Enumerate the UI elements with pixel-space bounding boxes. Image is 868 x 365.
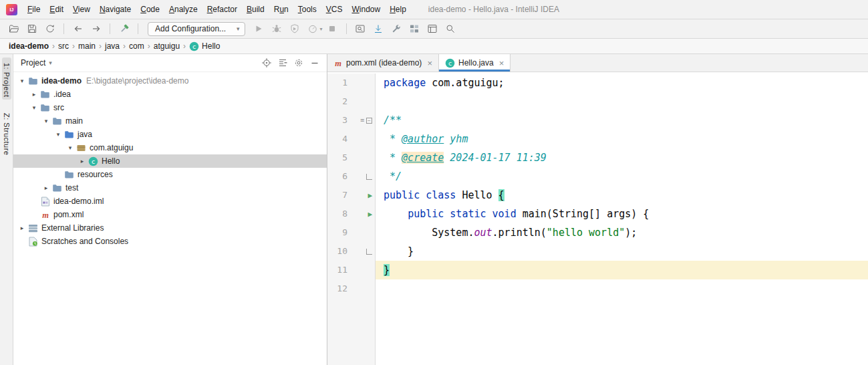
code-area[interactable]: 1package com.atguigu;23≡−/**4 * @author … — [327, 72, 868, 365]
save-button[interactable] — [23, 21, 40, 36]
tree-item-external-libraries[interactable]: ▸External Libraries — [13, 221, 327, 235]
tree-item-scratches-and-consoles[interactable]: Scratches and Consoles — [13, 235, 327, 248]
editor-tab-pom-xml-idea-demo[interactable]: mpom.xml (idea-demo)× — [327, 54, 439, 72]
run-line-button[interactable]: ▶ — [368, 192, 372, 199]
fold-marker-icon[interactable] — [366, 249, 372, 255]
project-view-selector[interactable]: Project ▾ — [21, 58, 52, 68]
menu-item-analyze[interactable]: Analyze — [164, 3, 202, 16]
tree-expand-arrow-icon[interactable]: ▸ — [78, 158, 87, 164]
tree-item-resources[interactable]: resources — [13, 168, 327, 181]
forward-button[interactable] — [88, 21, 104, 36]
breadcrumb-item-java[interactable]: java — [103, 41, 122, 51]
tree-expand-arrow-icon[interactable]: ▾ — [41, 118, 51, 124]
titlebar: IJ FileEditViewNavigateCodeAnalyzeRefact… — [0, 0, 868, 19]
tree-expand-arrow-icon[interactable]: ▾ — [65, 144, 75, 151]
code-text: } — [376, 261, 868, 279]
line-number[interactable]: 7 — [327, 186, 354, 205]
line-number[interactable]: 3 — [327, 111, 354, 130]
line-number[interactable]: 9 — [327, 223, 354, 242]
package-icon — [76, 143, 86, 153]
tree-item-idea[interactable]: ▸.idea — [13, 88, 327, 101]
breadcrumb-item-idea-demo[interactable]: idea-demo — [7, 41, 51, 51]
open-button[interactable] — [5, 21, 22, 36]
menu-item-build[interactable]: Build — [242, 3, 269, 16]
fold-marker-icon[interactable]: − — [366, 118, 372, 124]
tree-expand-arrow-icon[interactable]: ▾ — [53, 131, 63, 138]
stop-button[interactable] — [324, 21, 341, 36]
breadcrumb-item-label: com — [129, 41, 144, 51]
close-icon[interactable]: × — [499, 58, 504, 68]
tree-expand-arrow-icon[interactable]: ▸ — [17, 225, 27, 231]
locate-button[interactable] — [259, 55, 275, 70]
tree-item-hello[interactable]: ▸cHello — [13, 154, 327, 168]
menu-item-run[interactable]: Run — [269, 3, 293, 16]
tree-item-test[interactable]: ▸test — [13, 181, 327, 195]
breadcrumb-item-com[interactable]: com — [127, 41, 146, 51]
line-number[interactable]: 6 — [327, 167, 354, 186]
code-text: */ — [376, 167, 868, 186]
back-button[interactable] — [69, 21, 86, 36]
update-button[interactable] — [370, 21, 387, 36]
breadcrumb-item-atguigu[interactable]: atguigu — [152, 41, 182, 51]
debug-button[interactable] — [269, 21, 285, 36]
breadcrumb-item-main[interactable]: main — [76, 41, 98, 51]
search-button[interactable] — [442, 21, 459, 36]
build-hammer-button[interactable] — [116, 21, 132, 36]
fold-marker-icon[interactable] — [366, 174, 372, 180]
line-number[interactable]: 2 — [327, 92, 354, 111]
breadcrumb-item-hello[interactable]: cHello — [187, 41, 222, 51]
tree-item-main[interactable]: ▾main — [13, 114, 327, 128]
tree-item-com-atguigu[interactable]: ▾com.atguigu — [13, 141, 327, 154]
line-number[interactable]: 1 — [327, 74, 354, 92]
stripe-tab-structure[interactable]: Z: Structure — [2, 108, 11, 158]
settings-gear-button[interactable] — [291, 55, 307, 70]
line-number[interactable]: 11 — [327, 261, 354, 279]
menu-item-tools[interactable]: Tools — [293, 3, 321, 16]
line-number[interactable]: 4 — [327, 130, 354, 148]
tree-expand-arrow-icon[interactable]: ▾ — [17, 78, 27, 84]
menu-item-view[interactable]: View — [68, 3, 95, 16]
run-line-button[interactable]: ▶ — [368, 211, 372, 218]
tree-item-java[interactable]: ▾java — [13, 128, 327, 141]
find-button[interactable] — [352, 21, 369, 36]
stripe-tab-project[interactable]: 1: Project — [2, 57, 11, 100]
project-structure-button[interactable] — [406, 21, 423, 36]
menu-item-refactor[interactable]: Refactor — [202, 3, 242, 16]
menu-item-edit[interactable]: Edit — [45, 3, 68, 16]
run-button[interactable] — [251, 21, 267, 36]
restore-layout-button[interactable] — [424, 21, 441, 36]
tree-item-idea-demo-iml[interactable]: idea-demo.iml — [13, 195, 327, 208]
coverage-button[interactable] — [287, 21, 303, 36]
run-configuration-combo[interactable]: Add Configuration... ▾ — [148, 22, 245, 36]
menu-item-navigate[interactable]: Navigate — [95, 3, 136, 16]
line-number[interactable]: 8 — [327, 205, 354, 223]
doc-render-toggle-icon[interactable]: ≡ — [360, 117, 364, 124]
settings-button[interactable] — [388, 21, 405, 36]
code-text: * @author yhm — [376, 130, 868, 148]
restore-layout-icon — [427, 23, 438, 34]
close-icon[interactable]: × — [427, 58, 432, 68]
menu-item-file[interactable]: File — [23, 3, 45, 16]
line-number[interactable]: 12 — [327, 279, 354, 298]
menu-item-vcs[interactable]: VCS — [321, 3, 347, 16]
tree-expand-arrow-icon[interactable]: ▸ — [29, 91, 39, 98]
tree-item-src[interactable]: ▾src — [13, 101, 327, 114]
code-text — [376, 279, 868, 298]
breadcrumb-separator: › — [183, 41, 186, 51]
hide-panel-button[interactable] — [307, 55, 323, 70]
menu-item-code[interactable]: Code — [136, 3, 164, 16]
menu-item-window[interactable]: Window — [347, 3, 385, 16]
tree-expand-arrow-icon[interactable]: ▸ — [41, 185, 51, 191]
sync-button[interactable] — [41, 21, 58, 36]
editor-tab-label: Hello.java — [458, 58, 494, 68]
tree-item-pom-xml[interactable]: mpom.xml — [13, 208, 327, 221]
collapse-all-button[interactable] — [275, 55, 291, 70]
breadcrumb-item-src[interactable]: src — [56, 41, 71, 51]
tree-item-idea-demo[interactable]: ▾idea-demoE:\bigdate\project\idea-demo — [13, 74, 327, 88]
line-number[interactable]: 10 — [327, 242, 354, 261]
menu-item-help[interactable]: Help — [385, 3, 411, 16]
tree-expand-arrow-icon[interactable]: ▾ — [29, 104, 39, 111]
editor-tab-hello-java[interactable]: cHello.java× — [439, 54, 511, 72]
profiler-button[interactable] — [305, 21, 321, 36]
line-number[interactable]: 5 — [327, 148, 354, 167]
